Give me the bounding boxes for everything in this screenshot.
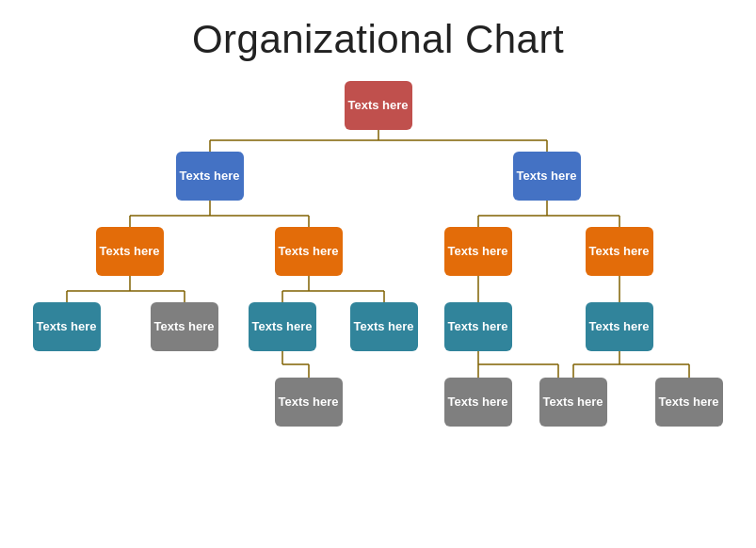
box-l3e: Texts here [444,302,512,351]
box-l4b: Texts here [444,378,512,427]
box-l4d: Texts here [655,378,723,427]
box-l4c: Texts here [539,378,607,427]
box-l3a: Texts here [33,302,101,351]
box-l3c: Texts here [249,302,316,351]
box-l2c: Texts here [444,227,512,276]
page-title: Organizational Chart [192,17,564,62]
box-root: Texts here [345,81,412,130]
box-l3f: Texts here [586,302,653,351]
box-l1a: Texts here [176,152,244,201]
org-chart: Texts here Texts here Texts here Texts h… [11,72,746,548]
box-l1b: Texts here [513,152,581,201]
box-l2a: Texts here [96,227,164,276]
box-l2d: Texts here [586,227,653,276]
box-l4a: Texts here [275,378,343,427]
box-l3b: Texts here [151,302,218,351]
box-l2b: Texts here [275,227,343,276]
box-l3d: Texts here [350,302,418,351]
